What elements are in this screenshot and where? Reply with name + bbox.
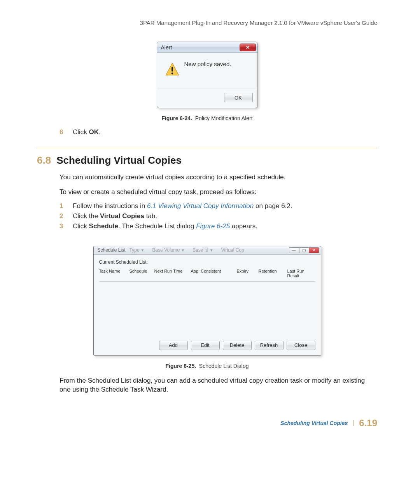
figure-caption-1: Figure 6-24. Policy Modification Alert — [37, 115, 377, 121]
filter-icon: ▼ — [180, 248, 185, 252]
alert-title: Alert — [161, 44, 172, 51]
xref-link[interactable]: 6.1 Viewing Virtual Copy Information — [147, 202, 254, 210]
step-2: 2 Click the Virtual Copies tab. — [37, 212, 377, 220]
alert-titlebar: Alert ✕ — [157, 42, 257, 53]
schedule-list-titlebar: Schedule List Type▼ Base Volume▼ Base Id… — [94, 246, 321, 255]
col-retention: Retention — [259, 269, 287, 278]
schedule-list-dialog: Schedule List Type▼ Base Volume▼ Base Id… — [93, 246, 321, 356]
body-paragraph: From the Scheduled List dialog, you can … — [37, 376, 377, 395]
col-schedule: Schedule — [130, 269, 154, 278]
col-last-result: Last Run Result — [287, 269, 315, 278]
warning-icon — [164, 61, 180, 84]
edit-button[interactable]: Edit — [191, 341, 220, 350]
running-header: 3PAR Management Plug-In and Recovery Man… — [37, 19, 377, 26]
close-icon: ✕ — [246, 45, 250, 50]
alert-message: New policy saved. — [180, 61, 250, 84]
close-button[interactable]: ✕ — [309, 247, 319, 253]
figure-caption-2: Figure 6-25. Schedule List Dialog — [37, 363, 377, 369]
col-expiry: Expiry — [237, 269, 259, 278]
add-button[interactable]: Add — [159, 341, 188, 350]
col-task-name: Task Name — [99, 269, 130, 278]
delete-button[interactable]: Delete — [223, 341, 252, 350]
table-header-row: Task Name Schedule Next Run Time App. Co… — [99, 269, 315, 280]
ok-button[interactable]: OK — [224, 93, 253, 102]
minimize-button[interactable]: — — [289, 247, 299, 253]
svg-point-2 — [171, 73, 173, 75]
step-3: 3 Click Schedule. The Schedule List dial… — [37, 222, 377, 230]
body-paragraph: To view or create a scheduled virtual co… — [37, 187, 377, 197]
refresh-button[interactable]: Refresh — [255, 341, 284, 350]
filter-icon: ▼ — [140, 248, 145, 252]
section-heading: 6.8 Scheduling Virtual Copies — [37, 154, 377, 166]
filter-icon: ▼ — [208, 248, 214, 252]
list-label: Current Scheduled List: — [99, 259, 315, 265]
page-number: 6.19 — [359, 418, 377, 429]
footer-section-link[interactable]: Scheduling Virtual Copies — [280, 420, 354, 426]
svg-rect-1 — [172, 67, 173, 72]
schedule-list-body — [99, 286, 315, 341]
col-app-consistent: App. Consistent — [191, 269, 237, 278]
col-next-run: Next Run Time — [154, 269, 191, 278]
close-button[interactable]: Close — [287, 341, 315, 350]
step-1: 1 Follow the instructions in 6.1 Viewing… — [37, 202, 377, 210]
body-paragraph: You can automatically create virtual cop… — [37, 173, 377, 182]
alert-dialog: Alert ✕ New policy saved. OK — [157, 42, 258, 108]
xref-link[interactable]: Figure 6-25 — [196, 222, 230, 230]
maximize-button[interactable]: ▢ — [299, 247, 309, 253]
alert-close-button[interactable]: ✕ — [240, 44, 256, 51]
step-6: 6 Click OK. — [37, 128, 377, 136]
window-controls: — ▢ ✕ — [289, 247, 319, 253]
page-footer: Scheduling Virtual Copies 6.19 — [37, 418, 377, 429]
section-divider — [37, 148, 377, 148]
